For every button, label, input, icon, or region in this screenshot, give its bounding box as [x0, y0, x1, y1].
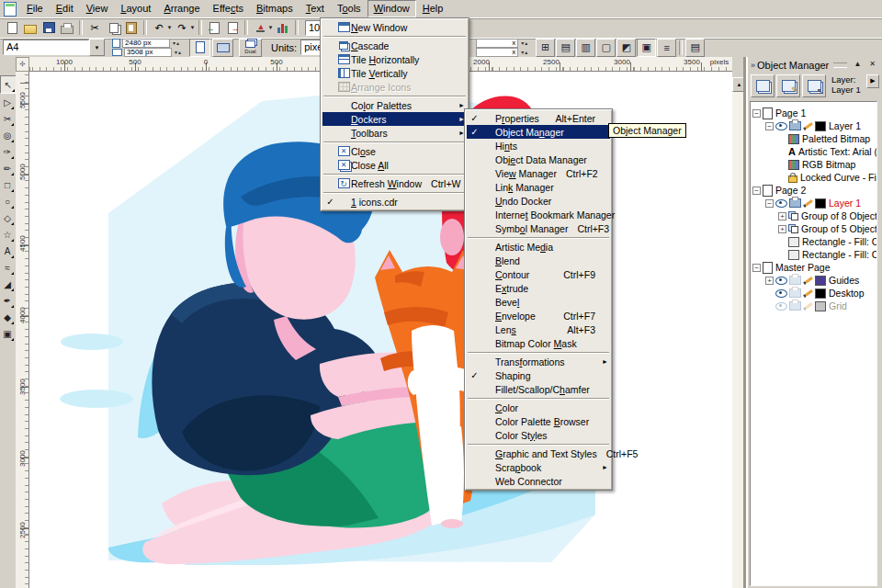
crop-tool[interactable]: ✂: [0, 110, 15, 127]
pencil-icon[interactable]: [803, 277, 813, 285]
text-tool[interactable]: A: [0, 243, 15, 259]
snap-option-button-6[interactable]: ≡: [657, 39, 676, 57]
nudge-spinner[interactable]: ▾▴: [521, 40, 528, 46]
dockers-item-contour[interactable]: ContourCtrl+F9: [467, 267, 610, 281]
snap-option-button-5[interactable]: ▣: [637, 39, 656, 57]
shape-tool[interactable]: ▷: [0, 94, 15, 110]
eye-icon[interactable]: [775, 289, 787, 298]
paper-height-spinner[interactable]: ▾▴: [175, 49, 182, 55]
window-menu-item-color-palettes[interactable]: Color Palettes►: [322, 98, 467, 112]
window-menu-item-close-all[interactable]: Close All: [322, 158, 467, 172]
landscape-button[interactable]: [212, 39, 233, 57]
menubar-item-bitmaps[interactable]: Bitmaps: [250, 0, 300, 17]
eye-icon[interactable]: [775, 277, 787, 285]
menubar-item-arrange[interactable]: Arrange: [157, 0, 206, 17]
edit-across-layers-button[interactable]: [776, 74, 800, 97]
canvas-vertical-scrollbar[interactable]: ▲: [732, 57, 746, 588]
paper-type-dropdown-icon[interactable]: ▼: [89, 39, 105, 56]
nudge-field[interactable]: x: [476, 39, 518, 48]
paper-width-field[interactable]: 2480 px: [122, 39, 170, 48]
snap-option-button-0[interactable]: ⊞: [536, 39, 555, 57]
print-icon[interactable]: [789, 276, 801, 285]
eye-icon[interactable]: [775, 122, 787, 130]
docker-close-button[interactable]: ✕: [866, 59, 878, 71]
dockers-item-web-connector[interactable]: Web Connector: [467, 474, 610, 488]
vertical-ruler[interactable]: 5500500045004000350030002500: [16, 72, 29, 588]
tree-row[interactable]: Locked Curve - Fill: (: [751, 171, 876, 184]
dockers-item-link-manager[interactable]: Link Manager: [467, 180, 610, 194]
tree-row[interactable]: −Layer 1: [751, 197, 876, 209]
snap-option-button-2[interactable]: ▥: [576, 39, 595, 57]
rectangle-tool[interactable]: □: [0, 176, 15, 193]
set-default-page-button[interactable]: Dual: [239, 39, 262, 57]
dockers-item-color[interactable]: Color: [467, 401, 610, 414]
cut-button[interactable]: ✂: [85, 19, 104, 37]
paste-button[interactable]: [122, 19, 141, 37]
dockers-item-internet-bookmark-manager[interactable]: Internet Bookmark Manager: [467, 208, 610, 221]
interactive-fill-tool[interactable]: ▣: [0, 325, 15, 342]
dockers-item-object-manager[interactable]: ✓Object Manager: [467, 125, 610, 139]
window-menu-item-new-window[interactable]: New Window: [322, 20, 467, 34]
tree-toggle[interactable]: +: [778, 225, 786, 233]
tree-toggle[interactable]: −: [765, 199, 774, 208]
polygon-tool[interactable]: ◇: [0, 209, 15, 226]
window-menu-item-refresh-window[interactable]: Refresh WindowCtrl+W: [322, 176, 467, 190]
redo-button[interactable]: ↷: [173, 19, 191, 37]
smart-drawing-tool[interactable]: ✏: [0, 160, 15, 176]
dockers-item-hints[interactable]: Hints: [467, 139, 610, 153]
corel-online-button[interactable]: [274, 19, 292, 37]
tree-toggle[interactable]: +: [778, 212, 786, 220]
pencil-icon[interactable]: [803, 302, 813, 311]
dockers-item-bitmap-color-mask[interactable]: Bitmap Color Mask: [467, 336, 610, 350]
menubar-item-help[interactable]: Help: [416, 0, 450, 17]
save-button[interactable]: [40, 19, 58, 37]
window-menu-item-toolbars[interactable]: Toolbars►: [322, 126, 467, 140]
print-icon[interactable]: [789, 198, 801, 208]
fill-tool[interactable]: ◆: [0, 309, 15, 325]
window-menu-item-tile-horizontally[interactable]: Tile Horizontally: [322, 52, 467, 66]
tree-toggle[interactable]: −: [765, 122, 774, 130]
tree-row[interactable]: −Page 2: [751, 184, 876, 197]
dockers-item-object-data-manager[interactable]: Object Data Manager: [467, 153, 610, 166]
tree-toggle[interactable]: −: [752, 187, 761, 195]
tree-row[interactable]: −Page 1: [751, 107, 876, 119]
menubar-item-text[interactable]: Text: [300, 0, 331, 17]
snap-option-button-1[interactable]: ▤: [556, 39, 575, 57]
print-icon[interactable]: [789, 121, 801, 130]
menubar-item-layout[interactable]: Layout: [114, 0, 157, 17]
copy-button[interactable]: [104, 19, 122, 37]
ellipse-tool[interactable]: ○: [0, 193, 15, 209]
portrait-button[interactable]: [189, 39, 210, 57]
tree-row[interactable]: +Group of 8 Objects: [751, 209, 876, 222]
snap-option-button-4[interactable]: ◩: [616, 39, 636, 57]
tree-toggle[interactable]: +: [765, 277, 774, 285]
window-menu-item-close[interactable]: Close: [322, 144, 467, 158]
dockers-item-properties[interactable]: ✓PropertiesAlt+Enter: [467, 111, 610, 125]
window-menu-item-dockers[interactable]: Dockers►: [322, 112, 467, 126]
undo-button[interactable]: ↶: [150, 19, 168, 37]
open-button[interactable]: [21, 19, 40, 37]
new-document-button[interactable]: [3, 19, 21, 37]
dockers-item-shaping[interactable]: ✓Shaping: [467, 368, 610, 382]
tree-toggle[interactable]: −: [752, 109, 761, 118]
basic-shapes-tool[interactable]: ☆: [0, 226, 15, 243]
menubar-item-edit[interactable]: Edit: [50, 0, 80, 17]
eyedropper-tool[interactable]: ◢: [0, 276, 15, 292]
eye-icon[interactable]: [775, 199, 787, 208]
docker-flyout-button[interactable]: ▶: [866, 74, 879, 88]
dockers-item-transformations[interactable]: Transformations►: [467, 355, 610, 368]
dockers-item-extrude[interactable]: Extrude: [467, 281, 610, 295]
print-icon[interactable]: [789, 301, 801, 311]
tree-row[interactable]: +Group of 5 Objects: [751, 222, 876, 235]
print-icon[interactable]: [789, 288, 801, 298]
export-button[interactable]: [223, 19, 242, 37]
dockers-item-blend[interactable]: Blend: [467, 254, 610, 267]
dockers-item-envelope[interactable]: EnvelopeCtrl+F7: [467, 309, 610, 322]
outline-tool[interactable]: ✒: [0, 292, 15, 309]
tree-row[interactable]: RGB Bitmap: [751, 158, 876, 171]
treat-as-filled-button[interactable]: ▤: [685, 39, 705, 57]
zoom-tool[interactable]: ◎: [0, 127, 15, 143]
pencil-icon[interactable]: [803, 122, 813, 130]
freehand-tool[interactable]: ✑: [0, 143, 15, 160]
paper-height-field[interactable]: 3508 px: [124, 48, 172, 57]
